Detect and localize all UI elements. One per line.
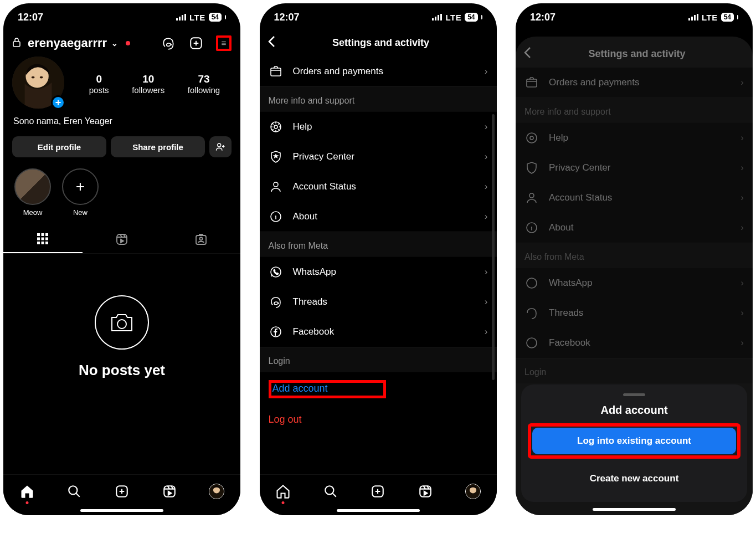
nav-search-icon[interactable] (66, 483, 83, 500)
item-privacy[interactable]: Privacy Center › (260, 142, 497, 172)
help-icon (269, 120, 283, 134)
svg-rect-32 (440, 14, 442, 20)
tab-grid[interactable] (3, 225, 83, 253)
clock: 12:07 (274, 12, 300, 23)
item-threads: Threads› (516, 298, 753, 328)
item-account-status[interactable]: Account Status › (260, 172, 497, 202)
highlight-meow[interactable]: Meow (14, 168, 51, 217)
username-switcher[interactable]: erenyaegarrrr ⌄ (28, 36, 154, 50)
highlight-new[interactable]: + New (62, 168, 99, 217)
stat-following[interactable]: 73 following (188, 73, 220, 95)
chevron-right-icon: › (485, 211, 488, 222)
nav-profile-icon[interactable] (465, 483, 481, 500)
settings-title: Settings and activity (529, 48, 745, 60)
status-bar: 12:07 LTE 54 (3, 3, 240, 29)
svg-rect-14 (37, 238, 40, 240)
svg-rect-16 (45, 238, 48, 240)
facebook-icon (269, 325, 283, 339)
section-login: Login (260, 347, 497, 372)
section-support: More info and support (260, 86, 497, 112)
status-right: LTE 54 (432, 13, 482, 22)
svg-point-55 (527, 338, 537, 348)
sheet-grabber-icon[interactable] (623, 393, 645, 396)
screen-profile: 12:07 LTE 54 erenyaegarrrr ⌄ (3, 3, 240, 515)
chevron-right-icon: › (485, 181, 488, 192)
svg-point-36 (274, 182, 278, 187)
item-facebook[interactable]: Facebook › (260, 317, 497, 347)
chevron-right-icon: › (485, 121, 488, 132)
nav-home-dot-icon (282, 501, 285, 504)
home-indicator-icon (80, 509, 163, 512)
svg-point-51 (530, 136, 533, 140)
section-login: Login (516, 358, 753, 383)
discover-people-button[interactable] (209, 136, 232, 157)
chevron-right-icon: › (485, 151, 488, 162)
item-help[interactable]: Help › (260, 112, 497, 142)
nav-reels-icon[interactable] (417, 483, 434, 500)
svg-point-22 (199, 238, 202, 240)
add-story-badge-icon[interactable]: + (51, 95, 65, 110)
avatar[interactable]: + (12, 57, 66, 111)
create-icon[interactable] (188, 35, 204, 51)
whatsapp-icon (269, 265, 283, 279)
item-orders[interactable]: Orders and payments › (260, 57, 497, 86)
item-account-status: Account Status› (516, 183, 753, 213)
settings-header: Settings and activity (260, 29, 497, 57)
tab-reels[interactable] (83, 225, 162, 253)
svg-rect-31 (438, 15, 439, 20)
notification-dot-icon (126, 41, 130, 45)
signal-icon (176, 14, 186, 20)
item-logout[interactable]: Log out (260, 406, 497, 433)
section-support: More info and support (516, 98, 753, 123)
svg-rect-48 (697, 14, 698, 20)
item-whatsapp: WhatsApp› (516, 268, 753, 298)
chevron-right-icon: › (485, 326, 488, 337)
login-existing-highlight: Log into existing account (528, 423, 740, 459)
nav-profile-icon[interactable] (208, 483, 225, 500)
orders-icon (524, 75, 539, 90)
item-help: Help› (516, 123, 753, 153)
network-label: LTE (445, 13, 461, 22)
threads-icon (269, 295, 283, 309)
svg-point-23 (117, 320, 126, 329)
chevron-right-icon: › (485, 66, 488, 77)
home-indicator-icon (593, 508, 676, 511)
threads-icon[interactable] (161, 35, 176, 51)
clock: 12:07 (18, 12, 43, 23)
login-existing-button[interactable]: Log into existing account (532, 428, 736, 454)
nav-home-icon[interactable] (19, 483, 35, 500)
nav-create-icon[interactable] (369, 483, 386, 500)
lock-icon (12, 37, 21, 49)
screen-settings: 12:07 LTE 54 Settings and activity Order… (260, 3, 497, 515)
svg-point-24 (69, 486, 78, 494)
item-about[interactable]: About › (260, 202, 497, 232)
svg-rect-18 (42, 242, 44, 244)
share-profile-button[interactable]: Share profile (111, 136, 205, 157)
section-meta: Also from Meta (260, 232, 497, 257)
svg-rect-17 (37, 242, 40, 244)
nav-create-icon[interactable] (114, 483, 130, 500)
section-meta: Also from Meta (516, 243, 753, 268)
hamburger-menu-button[interactable] (216, 35, 232, 51)
tab-tagged[interactable] (161, 225, 240, 253)
svg-point-52 (529, 193, 534, 198)
svg-rect-46 (691, 17, 693, 20)
nav-reels-icon[interactable] (161, 483, 178, 500)
svg-point-8 (32, 76, 35, 79)
person-icon (269, 179, 283, 194)
item-threads[interactable]: Threads › (260, 287, 497, 317)
item-add-account[interactable]: Add account (260, 372, 497, 406)
create-new-account-button[interactable]: Create new account (528, 465, 740, 492)
nav-home-icon[interactable] (275, 483, 291, 500)
item-facebook: Facebook› (516, 328, 753, 358)
item-whatsapp[interactable]: WhatsApp › (260, 257, 497, 287)
bio-text: Sono nama, Eren Yeager (3, 111, 240, 132)
edit-profile-button[interactable]: Edit profile (12, 136, 106, 157)
stat-followers[interactable]: 10 followers (132, 73, 164, 95)
nav-search-icon[interactable] (322, 483, 339, 500)
settings-list: Orders and payments › More info and supp… (260, 57, 497, 433)
stat-posts[interactable]: 0 posts (89, 73, 109, 95)
svg-point-40 (325, 486, 333, 494)
status-bar: 12:07 LTE 54 (260, 3, 497, 29)
sheet-title: Add account (528, 403, 740, 417)
